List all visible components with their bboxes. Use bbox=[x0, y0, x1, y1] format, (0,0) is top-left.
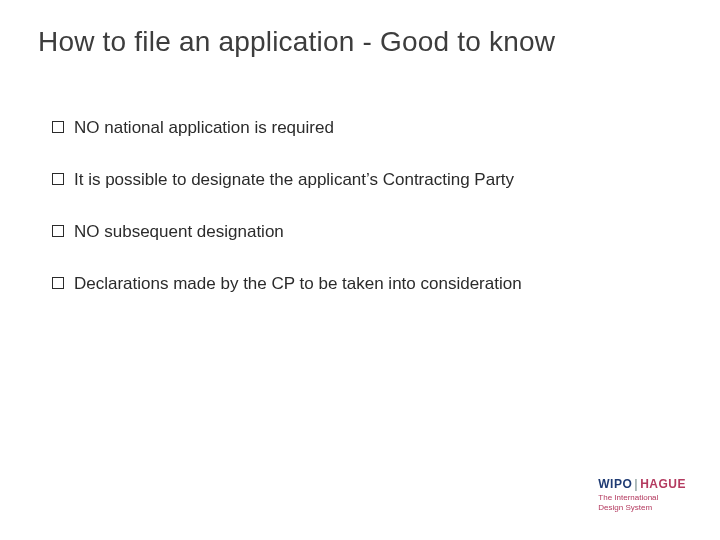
page-title: How to file an application - Good to kno… bbox=[38, 26, 555, 58]
square-bullet-icon bbox=[52, 277, 64, 289]
list-item: Declarations made by the CP to be taken … bbox=[52, 274, 680, 294]
list-item-text: NO subsequent designation bbox=[74, 222, 284, 242]
list-item-text: It is possible to designate the applican… bbox=[74, 170, 514, 190]
list-item: NO subsequent designation bbox=[52, 222, 680, 242]
list-item: It is possible to designate the applican… bbox=[52, 170, 680, 190]
logo-wipo-text: WIPO bbox=[598, 477, 632, 491]
list-item-text: NO national application is required bbox=[74, 118, 334, 138]
logo-subtitle-line2: Design System bbox=[598, 503, 686, 512]
logo-subtitle-line1: The International bbox=[598, 493, 686, 502]
list-item-text: Declarations made by the CP to be taken … bbox=[74, 274, 522, 294]
logo-separator: | bbox=[634, 477, 638, 491]
logo-top-line: WIPO|HAGUE bbox=[598, 478, 686, 492]
slide: How to file an application - Good to kno… bbox=[0, 0, 720, 540]
list-item: NO national application is required bbox=[52, 118, 680, 138]
square-bullet-icon bbox=[52, 225, 64, 237]
wipo-hague-logo: WIPO|HAGUE The International Design Syst… bbox=[598, 478, 686, 512]
square-bullet-icon bbox=[52, 121, 64, 133]
square-bullet-icon bbox=[52, 173, 64, 185]
logo-hague-text: HAGUE bbox=[640, 477, 686, 491]
bullet-list: NO national application is required It i… bbox=[52, 118, 680, 326]
